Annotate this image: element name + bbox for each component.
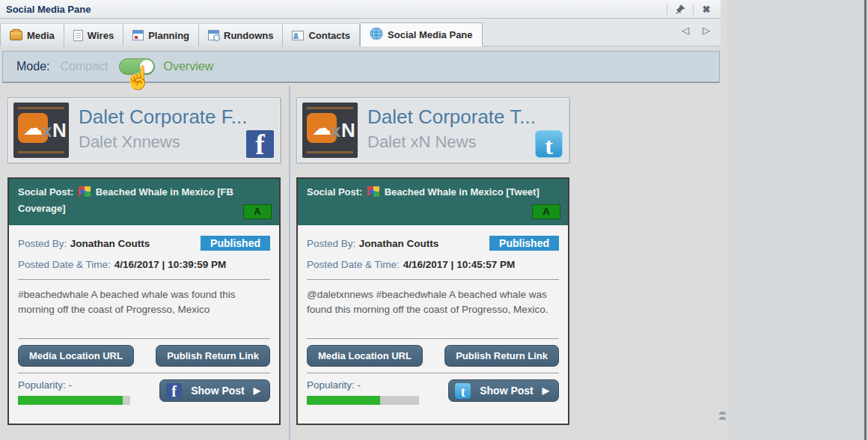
twitter-icon: t [535,130,563,158]
media-location-url-button[interactable]: Media Location URL [18,345,134,367]
popularity-progress [18,396,130,405]
divider [18,338,270,339]
arrow-right-icon: ▶ [254,385,260,396]
tab-wires[interactable]: Wires [64,23,123,46]
contacts-icon [292,31,304,40]
popularity-label: Popularity: - [18,379,130,391]
popularity-progress-fill [18,396,123,405]
posted-date-label: Posted Date & Time: [307,259,400,270]
story-pinwheel-icon [79,186,91,201]
toggle-knob [140,60,153,73]
show-post-button[interactable]: f Show Post ▶ [159,379,270,402]
mode-compact-label: Compact [60,60,108,73]
account-avatar: ☁ x N [13,103,69,158]
mode-bar: Mode: Compact Overview [2,51,720,83]
approval-badge: A [532,204,560,219]
titlebar-separator [667,3,667,15]
pane-title: Social Media Pane [0,4,91,15]
arrow-right-icon: ▶ [542,385,549,396]
post-header: Social Post: Beached Whale in Mexico [FB… [9,179,279,225]
post-panel-facebook: Social Post: Beached Whale in Mexico [FB… [7,177,281,425]
tab-social-media-pane[interactable]: Social Media Pane [360,22,482,46]
tab-contacts[interactable]: Contacts [283,23,360,46]
post-body: Posted By: Jonathan Coutts Published Pos… [9,225,279,412]
post-header-title: Beached Whale in Mexico [Tweet] [385,186,540,198]
post-text: @daletxnnews #beachedwhale A beached wha… [307,286,559,332]
tab-bar: Media Wires Planning Rundowns Contacts [0,19,721,46]
wires-icon [73,30,83,41]
post-panel-twitter: Social Post: Beached Whale in Mexico [Tw… [296,177,569,425]
post-text: #beachedwhale A beached whale was found … [18,286,270,332]
story-pinwheel-icon [367,186,379,201]
pane-titlebar: Social Media Pane ✖ [0,0,721,19]
status-badge: Published [201,236,270,251]
posted-by-value: Jonathan Coutts [70,238,150,249]
divider [18,373,270,373]
divider [307,373,559,373]
planning-calendar-icon [132,30,144,40]
account-card-facebook[interactable]: ☁ x N Dalet Corporate F... Dalet Xnnews … [7,97,281,163]
post-header-prefix: Social Post: [18,186,73,198]
pane-content: ☁ x N Dalet Corporate F... Dalet Xnnews … [0,84,721,440]
social-media-pane: Social Media Pane ✖ Media Wires [0,0,727,440]
twitter-icon: t [455,383,471,399]
posted-date-label: Posted Date & Time: [18,259,111,270]
posted-by-label: Posted By: [307,238,355,249]
media-icon [10,31,22,40]
popularity-progress-fill [307,396,380,405]
account-card-twitter[interactable]: ☁ x N Dalet Corporate T... Dalet xN News… [296,97,569,163]
desktop-background [727,0,868,440]
posted-by-value: Jonathan Coutts [359,238,439,249]
account-avatar: ☁ x N [302,103,358,158]
divider [18,279,270,280]
globe-icon [370,27,383,43]
popularity-label: Popularity: - [307,379,419,391]
divider [307,279,559,280]
publish-return-link-button[interactable]: Publish Return Link [444,345,559,367]
divider [307,338,559,339]
post-header: Social Post: Beached Whale in Mexico [Tw… [298,179,568,225]
tab-scroll-right-icon[interactable]: ▷ [703,25,710,36]
popularity-progress [307,396,419,405]
tab-planning[interactable]: Planning [123,23,199,46]
post-header-prefix: Social Post: [307,186,362,198]
tab-rundowns[interactable]: Rundowns [199,23,283,46]
media-location-url-button[interactable]: Media Location URL [307,345,423,367]
pin-icon[interactable] [672,1,688,16]
scrollbar-grip[interactable] [717,412,727,430]
rundowns-calendar-clock-icon [208,30,219,40]
facebook-icon: f [166,383,182,399]
approval-badge: A [243,204,272,219]
account-subtitle: Dalet Xnnews [79,132,180,152]
posted-date-value: 4/16/2017 | 10:45:57 PM [403,259,515,270]
mode-label: Mode: [16,60,49,73]
post-body: Posted By: Jonathan Coutts Published Pos… [298,225,568,412]
status-badge: Published [489,236,559,251]
mode-toggle[interactable] [119,58,155,75]
posted-by-label: Posted By: [18,238,67,249]
titlebar-separator [693,3,694,15]
show-post-button[interactable]: t Show Post ▶ [448,379,559,402]
window-edge [864,0,867,440]
close-icon[interactable]: ✖ [698,1,715,16]
tab-media[interactable]: Media [0,23,64,46]
mode-overview-label: Overview [164,60,214,73]
account-subtitle: Dalet xN News [367,132,476,152]
column-divider [289,85,290,440]
facebook-icon: f [246,130,274,158]
posted-date-value: 4/16/2017 | 10:39:59 PM [114,259,226,270]
publish-return-link-button[interactable]: Publish Return Link [156,345,270,367]
account-title: Dalet Corporate T... [367,106,536,129]
tab-scroll-left-icon[interactable]: ◁ [682,25,689,36]
account-title: Dalet Corporate F... [79,106,247,129]
